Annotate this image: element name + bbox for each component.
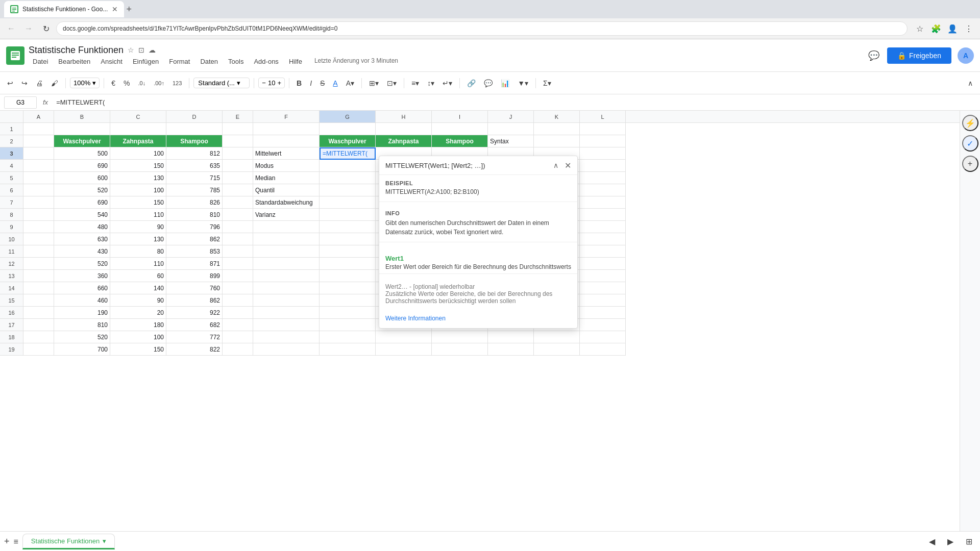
col-header-e[interactable]: E [223, 111, 253, 122]
cell-g15[interactable] [320, 294, 376, 307]
cell-l9[interactable] [580, 221, 626, 233]
cell-c15[interactable]: 90 [110, 294, 166, 307]
cell-b16[interactable]: 190 [54, 307, 110, 319]
cell-l14[interactable] [580, 282, 626, 294]
formula-input[interactable] [54, 98, 976, 106]
cell-h1[interactable] [376, 123, 432, 135]
cell-d2[interactable]: Shampoo [166, 135, 223, 147]
cell-b11[interactable]: 430 [54, 245, 110, 258]
row-3[interactable]: 3 [0, 147, 23, 160]
col-header-c[interactable]: C [110, 111, 166, 122]
cell-l2[interactable] [580, 135, 626, 147]
cell-f9[interactable] [253, 221, 320, 233]
row-6[interactable]: 6 [0, 184, 23, 196]
decimal-less-btn[interactable]: .0↓ [135, 78, 149, 88]
cell-h19[interactable] [376, 343, 432, 356]
cell-c17[interactable]: 180 [110, 319, 166, 331]
back-btn[interactable]: ← [4, 21, 18, 36]
cell-g1[interactable] [320, 123, 376, 135]
cell-d1[interactable] [166, 123, 223, 135]
cell-j2[interactable]: Syntax [488, 135, 534, 147]
cell-a13[interactable] [23, 270, 54, 282]
link-btn[interactable]: 🔗 [464, 77, 479, 89]
cell-g12[interactable] [320, 258, 376, 270]
cell-k2[interactable] [534, 135, 580, 147]
cell-a15[interactable] [23, 294, 54, 307]
row-5[interactable]: 5 [0, 172, 23, 184]
cell-g4[interactable] [320, 160, 376, 172]
more-info-link[interactable]: Weitere Informationen [379, 311, 452, 328]
address-bar[interactable] [56, 21, 908, 36]
align-btn[interactable]: ≡▾ [408, 77, 422, 89]
cell-e18[interactable] [223, 331, 253, 343]
paint-format-btn[interactable]: 🖌 [48, 77, 61, 89]
cell-f8[interactable]: Varianz [253, 209, 320, 221]
cell-b3[interactable]: 500 [54, 147, 110, 160]
col-header-f[interactable]: F [253, 111, 320, 122]
cell-f19[interactable] [253, 343, 320, 356]
cell-a9[interactable] [23, 221, 54, 233]
cell-c2[interactable]: Zahnpasta [110, 135, 166, 147]
cell-j1[interactable] [488, 123, 534, 135]
cell-g18[interactable] [320, 331, 376, 343]
fill-color-btn[interactable]: A▾ [343, 77, 357, 89]
autocomplete-up-btn[interactable]: ∧ [551, 160, 560, 170]
cell-f16[interactable] [253, 307, 320, 319]
underline-btn[interactable]: A [330, 77, 340, 89]
cell-a12[interactable] [23, 258, 54, 270]
col-header-j[interactable]: J [488, 111, 534, 122]
cell-a3[interactable] [23, 147, 54, 160]
cell-g17[interactable] [320, 319, 376, 331]
cell-a17[interactable] [23, 319, 54, 331]
cell-a7[interactable] [23, 196, 54, 209]
filter-btn[interactable]: ▼▾ [514, 77, 531, 89]
col-header-i[interactable]: I [432, 111, 488, 122]
row-2[interactable]: 2 [0, 135, 23, 147]
cell-l18[interactable] [580, 331, 626, 343]
row-13[interactable]: 13 [0, 270, 23, 282]
currency-btn[interactable]: € [108, 77, 118, 89]
row-1[interactable]: 1 [0, 123, 23, 135]
forward-btn[interactable]: → [21, 21, 36, 36]
format-123-btn[interactable]: 123 [169, 78, 185, 88]
cell-g10[interactable] [320, 233, 376, 245]
cell-f6[interactable]: Quantil [253, 184, 320, 196]
col-header-g[interactable]: G [320, 111, 376, 122]
cell-b15[interactable]: 460 [54, 294, 110, 307]
cell-c13[interactable]: 60 [110, 270, 166, 282]
sheets-menu-btn[interactable]: ≡ [14, 537, 18, 546]
row-16[interactable]: 16 [0, 307, 23, 319]
cell-d16[interactable]: 922 [166, 307, 223, 319]
undo-btn[interactable]: ↩ [4, 77, 16, 89]
cell-e5[interactable] [223, 172, 253, 184]
redo-btn[interactable]: ↪ [18, 77, 31, 89]
cell-i18[interactable] [432, 331, 488, 343]
format-select[interactable]: Standard (... ▾ [193, 78, 250, 88]
cell-c6[interactable]: 100 [110, 184, 166, 196]
cell-d5[interactable]: 715 [166, 172, 223, 184]
row-18[interactable]: 18 [0, 331, 23, 343]
cell-f4[interactable]: Modus [253, 160, 320, 172]
wrap-btn[interactable]: ↵▾ [439, 77, 455, 89]
cell-e8[interactable] [223, 209, 253, 221]
cell-f18[interactable] [253, 331, 320, 343]
cell-a16[interactable] [23, 307, 54, 319]
row-9[interactable]: 9 [0, 221, 23, 233]
sheet-tab-active[interactable]: Statistische Funktionen ▾ [22, 534, 115, 549]
sheet-nav-left[interactable]: ◀ [925, 535, 939, 549]
cell-c11[interactable]: 80 [110, 245, 166, 258]
cell-c18[interactable]: 100 [110, 331, 166, 343]
cell-g16[interactable] [320, 307, 376, 319]
cell-b4[interactable]: 690 [54, 160, 110, 172]
row-12[interactable]: 12 [0, 258, 23, 270]
add-col-btn[interactable]: + [962, 156, 978, 172]
merge-btn[interactable]: ⊡▾ [384, 77, 400, 89]
cell-e4[interactable] [223, 160, 253, 172]
row-17[interactable]: 17 [0, 319, 23, 331]
cell-e6[interactable] [223, 184, 253, 196]
row-8[interactable]: 8 [0, 209, 23, 221]
cloud-icon[interactable]: ☁ [149, 46, 156, 54]
cell-l3[interactable] [580, 147, 626, 160]
cell-e7[interactable] [223, 196, 253, 209]
cell-b7[interactable]: 690 [54, 196, 110, 209]
